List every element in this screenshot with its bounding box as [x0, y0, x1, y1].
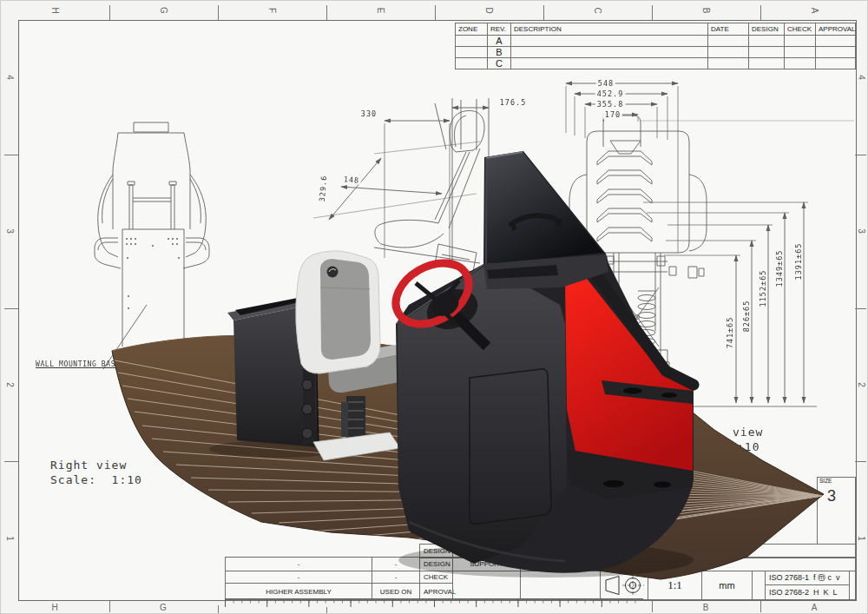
render-3d — [1, 1, 868, 614]
console-windscreen — [486, 152, 603, 263]
console-body-face — [398, 267, 567, 564]
drawing-sheet: H G F E D C B A H G B A 4 3 2 1 4 3 2 1 — [0, 0, 868, 614]
seat-logo — [327, 267, 339, 278]
helm-console-red-unit — [385, 151, 694, 578]
